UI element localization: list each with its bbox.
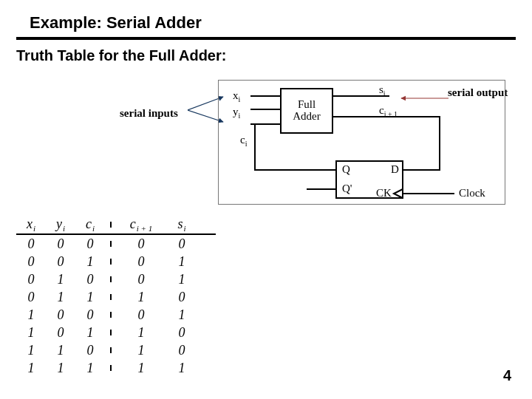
svg-text:Clock: Clock [459, 187, 485, 199]
table-row: 11111 [16, 359, 216, 377]
svg-text:Q: Q [342, 163, 350, 175]
svg-text:Adder: Adder [293, 110, 321, 122]
serial-inputs-label: serial inputs [120, 107, 178, 120]
svg-text:yi: yi [233, 106, 241, 120]
truth-table-header: xi yi ci ci + 1 si [16, 216, 216, 235]
table-row: 10110 [16, 324, 216, 341]
svg-rect-3 [219, 81, 505, 205]
slide-subtitle: Truth Table for the Full Adder: [16, 47, 516, 64]
svg-text:CK: CK [376, 187, 392, 199]
table-row: 00000 [16, 235, 216, 253]
svg-text:Q': Q' [342, 183, 352, 194]
title-underline [16, 37, 516, 40]
table-row: 00101 [16, 253, 216, 270]
table-row: 10001 [16, 306, 216, 324]
slide-title: Example: Serial Adder [30, 13, 516, 33]
svg-text:D: D [391, 163, 399, 175]
svg-text:Full: Full [298, 98, 316, 110]
circuit-diagram: xi yi ci Full Adder si ci + 1 Q Q' D CK … [218, 80, 510, 212]
svg-text:ci: ci [240, 134, 248, 148]
truth-table: xi yi ci ci + 1 si 000000010101001011101… [16, 216, 216, 377]
svg-text:xi: xi [233, 89, 241, 103]
table-row: 01001 [16, 270, 216, 288]
table-row: 11010 [16, 341, 216, 359]
page-number: 4 [503, 367, 511, 384]
table-row: 01110 [16, 288, 216, 306]
